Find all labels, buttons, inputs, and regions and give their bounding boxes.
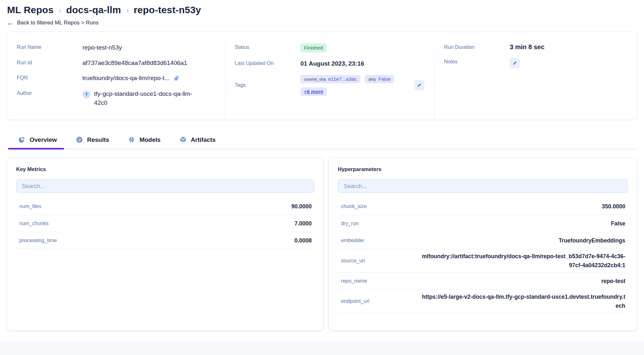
author-label: Author <box>17 89 82 107</box>
tag-commit-sha: commit_sha e11e7...a3ac <box>300 75 360 83</box>
key-metrics-panel: Key Metrics num_files 90.0000 num_chunks… <box>7 158 324 331</box>
tab-label: Results <box>87 136 109 143</box>
hyperparameters-title: Hyperparameters <box>338 166 628 172</box>
breadcrumb: ML Repos › docs-qa-llm › repo-test-n53y <box>7 5 636 15</box>
metric-value: 90.0000 <box>291 202 312 211</box>
notes-label: Notes <box>444 58 510 68</box>
tag-key: dirty <box>368 77 376 82</box>
metric-key: num_chunks <box>19 221 49 226</box>
page-footer-background <box>0 341 644 355</box>
tags-more-link[interactable]: +6 more <box>300 87 327 96</box>
hyperparameter-row: endpoint_url https://e5-large-v2-docs-qa… <box>338 290 628 313</box>
fqn-value: truefoundry/docs-qa-llm/repo-t... <box>82 74 169 82</box>
run-tabs: Overview Results <box>7 136 637 150</box>
pencil-icon <box>417 83 422 88</box>
hyperparameter-row: embedder TruefoundryEmbeddings <box>338 232 628 249</box>
fqn-row: FQN truefoundry/docs-qa-llm/repo-t... <box>17 74 215 82</box>
pie-chart-icon <box>18 136 25 143</box>
tab-label: Models <box>139 136 160 143</box>
hyperparameters-search-input[interactable] <box>338 179 628 193</box>
author-row: Author T tfy-gcp-standard-usce1-docs-qa-… <box>17 89 215 107</box>
hyperparameter-value: TruefoundryEmbeddings <box>559 236 625 245</box>
status-badge: Finished <box>300 43 327 52</box>
breadcrumb-separator-icon: › <box>126 5 129 15</box>
copy-fqn-button[interactable] <box>173 75 180 82</box>
author-avatar: T <box>82 90 90 98</box>
edit-tags-button[interactable] <box>414 80 424 90</box>
hyperparameter-value: https://e5-large-v2-docs-qa-llm.tfy-gcp-… <box>421 292 625 310</box>
metric-row: processing_time 0.0008 <box>16 232 314 249</box>
cube-icon <box>179 136 187 143</box>
run-duration-label: Run Duration <box>444 43 510 51</box>
tag-value: False <box>379 76 391 82</box>
run-info-card: Run Name repo-test-n53y Run Id af737ae3c… <box>7 32 637 120</box>
run-name-row: Run Name repo-test-n53y <box>17 43 215 52</box>
metric-value: 0.0008 <box>294 236 312 245</box>
metric-value: 7.0000 <box>294 219 312 228</box>
hyperparameters-panel: Hyperparameters chunk_size 350.0000 dry_… <box>328 158 637 331</box>
hyperparameter-row: chunk_size 350.0000 <box>338 198 628 215</box>
run-info-column-status: Status Finished Last Updated On 01 Augus… <box>225 43 434 120</box>
hyperparameter-value: 350.0000 <box>602 202 625 211</box>
page-header: ML Repos › docs-qa-llm › repo-test-n53y … <box>0 0 644 26</box>
tag-dirty: dirty False <box>365 75 394 83</box>
run-id-row: Run Id af737ae3c89e48caa7af8d83d61406a1 <box>17 59 215 67</box>
last-updated-label: Last Updated On <box>235 59 300 68</box>
hyperparameter-row: source_uri mlfoundry://artifact:truefoun… <box>338 249 628 273</box>
hyperparameter-value: mlfoundry://artifact:truefoundry/docs-qa… <box>421 252 625 270</box>
tab-models[interactable]: Models <box>128 136 160 149</box>
tag-key: commit_sha <box>304 77 326 82</box>
tab-overview[interactable]: Overview <box>18 136 57 149</box>
run-name-value: repo-test-n53y <box>82 43 122 52</box>
breadcrumb-item-run: repo-test-n53y <box>134 5 201 15</box>
hyperparameters-table: chunk_size 350.0000 dry_run False embedd… <box>338 198 628 313</box>
run-id-value: af737ae3c89e48caa7af8d83d61406a1 <box>82 59 187 67</box>
tab-artifacts[interactable]: Artifacts <box>179 136 216 149</box>
hyperparameter-key: chunk_size <box>341 204 367 209</box>
hyperparameter-key: dry_run <box>341 221 358 226</box>
fqn-label: FQN <box>17 74 82 82</box>
key-metrics-title: Key Metrics <box>16 166 314 172</box>
breadcrumb-item-ml-repos[interactable]: ML Repos <box>7 5 53 15</box>
back-to-runs-link[interactable]: ← Back to filtered ML Repos > Runs <box>7 20 99 26</box>
metric-key: processing_time <box>19 238 57 243</box>
metric-row: num_files 90.0000 <box>16 198 314 215</box>
hyperparameter-value: False <box>611 219 625 228</box>
breadcrumb-item-repo[interactable]: docs-qa-llm <box>66 5 121 15</box>
run-detail-page: ML Repos › docs-qa-llm › repo-test-n53y … <box>0 0 644 355</box>
back-arrow-icon: ← <box>7 20 14 26</box>
run-name-label: Run Name <box>17 43 82 52</box>
key-metrics-search-input[interactable] <box>16 179 314 193</box>
notes-row: Notes <box>444 58 627 68</box>
last-updated-row: Last Updated On 01 August 2023, 23:16 <box>235 59 424 68</box>
gauge-icon <box>76 136 83 143</box>
back-link-label: Back to filtered ML Repos > Runs <box>17 20 99 26</box>
tab-label: Artifacts <box>191 136 216 143</box>
breadcrumb-separator-icon: › <box>58 5 61 15</box>
run-id-label: Run Id <box>17 59 82 67</box>
hyperparameter-row: repo_name repo-test <box>338 273 628 290</box>
hyperparameter-key: embedder <box>341 238 364 243</box>
tab-label: Overview <box>30 136 57 143</box>
hyperparameter-key: source_uri <box>341 258 365 264</box>
edit-notes-button[interactable] <box>510 58 520 68</box>
brain-icon <box>128 136 135 143</box>
run-duration-value: 3 min 8 sec <box>510 43 545 51</box>
status-label: Status <box>235 43 300 52</box>
metric-row: num_chunks 7.0000 <box>16 215 314 232</box>
overview-panels: Key Metrics num_files 90.0000 num_chunks… <box>7 158 637 331</box>
tag-value: e11e7...a3ac <box>328 76 356 82</box>
run-info-column-meta: Run Duration 3 min 8 sec Notes <box>434 43 637 120</box>
metric-key: num_files <box>19 204 41 209</box>
tags-label: Tags <box>235 82 300 88</box>
hyperparameter-row: dry_run False <box>338 215 628 232</box>
copy-icon <box>173 75 180 82</box>
author-value: tfy-gcp-standard-usce1-docs-qa-llm-42c0 <box>94 89 197 107</box>
run-info-column-identity: Run Name repo-test-n53y Run Id af737ae3c… <box>7 43 225 120</box>
hyperparameter-key: endpoint_url <box>341 298 369 304</box>
last-updated-value: 01 August 2023, 23:16 <box>300 59 364 68</box>
key-metrics-table: num_files 90.0000 num_chunks 7.0000 proc… <box>16 198 314 249</box>
hyperparameter-value: repo-test <box>601 277 625 286</box>
tab-results[interactable]: Results <box>76 136 109 149</box>
hyperparameter-key: repo_name <box>341 278 367 284</box>
